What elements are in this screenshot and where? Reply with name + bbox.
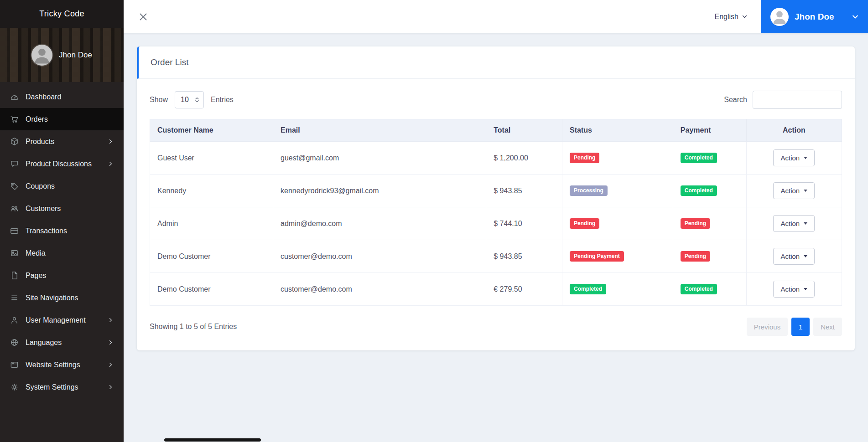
payment-badge: Completed — [681, 284, 717, 294]
cell-customer: Demo Customer — [150, 240, 273, 273]
cell-payment: Completed — [673, 175, 746, 207]
action-dropdown-button[interactable]: Action — [773, 149, 815, 166]
sidebar-item-customers[interactable]: Customers — [0, 197, 124, 220]
action-dropdown-button[interactable]: Action — [773, 281, 815, 298]
sidebar-toggle-close-icon[interactable] — [137, 11, 149, 23]
pagination-next-button[interactable]: Next — [813, 318, 842, 336]
cell-status: Pending Payment — [562, 240, 673, 273]
website-settings-icon — [10, 360, 19, 369]
table-row: Demo Customer customer@demo.com $ 943.85… — [150, 240, 842, 273]
sidebar-item-orders[interactable]: Orders — [0, 108, 124, 130]
sidebar-item-label: Products — [26, 138, 54, 146]
sidebar-item-product-discussions[interactable]: Product Discussions — [0, 153, 124, 175]
language-label: English — [715, 13, 738, 21]
sidebar-item-website-settings[interactable]: Website Settings — [0, 354, 124, 376]
action-dropdown-button[interactable]: Action — [773, 248, 815, 265]
sidebar-item-dashboard[interactable]: Dashboard — [0, 86, 124, 108]
sidebar-item-label: Pages — [26, 272, 46, 280]
cell-customer: Demo Customer — [150, 273, 273, 306]
sidebar: Tricky Code Jhon Doe Dashboard Orders Pr… — [0, 0, 124, 442]
sidebar-item-label: Media — [26, 249, 46, 257]
cell-email: guest@gmail.com — [273, 142, 486, 175]
col-status: Status — [562, 119, 673, 142]
status-badge: Pending Payment — [570, 251, 624, 262]
table-controls: Show 10 Entries Search — [150, 91, 842, 109]
sidebar-item-label: Orders — [26, 115, 48, 123]
sidebar-item-label: Coupons — [26, 182, 55, 190]
sidebar-item-label: System Settings — [26, 383, 78, 391]
dashboard-icon — [10, 93, 19, 101]
cell-action: Action — [746, 207, 842, 240]
sidebar-item-pages[interactable]: Pages — [0, 264, 124, 287]
sidebar-item-user-management[interactable]: User Management — [0, 309, 124, 331]
coupons-icon — [10, 182, 19, 190]
action-dropdown-button[interactable]: Action — [773, 215, 815, 232]
chevron-right-icon — [108, 161, 114, 167]
chevron-right-icon — [108, 139, 114, 144]
payment-badge: Pending — [681, 218, 710, 229]
products-icon — [10, 137, 19, 146]
language-dropdown[interactable]: English — [715, 13, 748, 21]
sidebar-item-label: Dashboard — [26, 93, 61, 101]
page-title: Order List — [137, 46, 855, 79]
pagination: Previous 1 Next — [743, 318, 842, 336]
media-icon — [10, 249, 19, 257]
action-dropdown-button[interactable]: Action — [773, 182, 815, 199]
site-navigations-icon — [10, 293, 19, 302]
cell-payment: Completed — [673, 142, 746, 175]
orders-icon — [10, 115, 19, 123]
sidebar-item-coupons[interactable]: Coupons — [0, 175, 124, 197]
horizontal-scrollbar-thumb[interactable] — [164, 438, 261, 442]
cell-total: $ 744.10 — [486, 207, 562, 240]
payment-badge: Pending — [681, 251, 710, 262]
user-name: Jhon Doe — [795, 12, 846, 22]
col-action: Action — [746, 119, 842, 142]
payment-badge: Completed — [681, 185, 717, 196]
payment-badge: Completed — [681, 153, 717, 163]
transactions-icon — [10, 226, 19, 235]
caret-down-icon — [804, 190, 807, 192]
sidebar-item-system-settings[interactable]: System Settings — [0, 376, 124, 398]
action-label: Action — [780, 154, 800, 162]
chevron-right-icon — [108, 362, 114, 368]
cell-status: Processing — [562, 175, 673, 207]
sidebar-item-label: User Management — [26, 316, 86, 324]
cell-action: Action — [746, 240, 842, 273]
table-row: Admin admin@demo.com $ 744.10 Pending Pe… — [150, 207, 842, 240]
entries-summary: Showing 1 to 5 of 5 Entries — [150, 323, 237, 331]
sidebar-item-label: Website Settings — [26, 361, 80, 369]
caret-down-icon — [804, 157, 807, 159]
pagination-page-1-button[interactable]: 1 — [791, 318, 810, 336]
cell-status: Pending — [562, 142, 673, 175]
avatar — [770, 8, 789, 26]
cell-status: Pending — [562, 207, 673, 240]
cell-email: kennedyrodrick93@gmail.com — [273, 175, 486, 207]
system-settings-icon — [10, 383, 19, 391]
action-label: Action — [780, 187, 800, 195]
chevron-down-icon — [852, 13, 859, 21]
status-badge: Completed — [570, 284, 606, 294]
user-management-icon — [10, 316, 19, 324]
sidebar-item-media[interactable]: Media — [0, 242, 124, 264]
chevron-right-icon — [108, 317, 114, 323]
pagination-previous-button[interactable]: Previous — [747, 318, 788, 336]
cell-status: Completed — [562, 273, 673, 306]
sidebar-profile: Jhon Doe — [0, 28, 124, 82]
status-badge: Processing — [570, 185, 608, 196]
col-customer-name: Customer Name — [150, 119, 273, 142]
chevron-right-icon — [108, 384, 114, 390]
sidebar-item-products[interactable]: Products — [0, 130, 124, 153]
search-input[interactable] — [753, 91, 842, 109]
cell-customer: Guest User — [150, 142, 273, 175]
cell-action: Action — [746, 175, 842, 207]
table-row: Guest User guest@gmail.com $ 1,200.00 Pe… — [150, 142, 842, 175]
sidebar-item-languages[interactable]: Languages — [0, 331, 124, 354]
search-area: Search — [724, 91, 842, 109]
sidebar-item-transactions[interactable]: Transactions — [0, 220, 124, 242]
page-size-select[interactable]: 10 — [175, 91, 204, 108]
user-menu[interactable]: Jhon Doe — [761, 0, 868, 33]
show-label: Show — [150, 96, 168, 104]
sidebar-item-site-navigations[interactable]: Site Navigations — [0, 287, 124, 309]
discussions-icon — [10, 159, 19, 168]
select-arrows-icon — [194, 97, 200, 103]
